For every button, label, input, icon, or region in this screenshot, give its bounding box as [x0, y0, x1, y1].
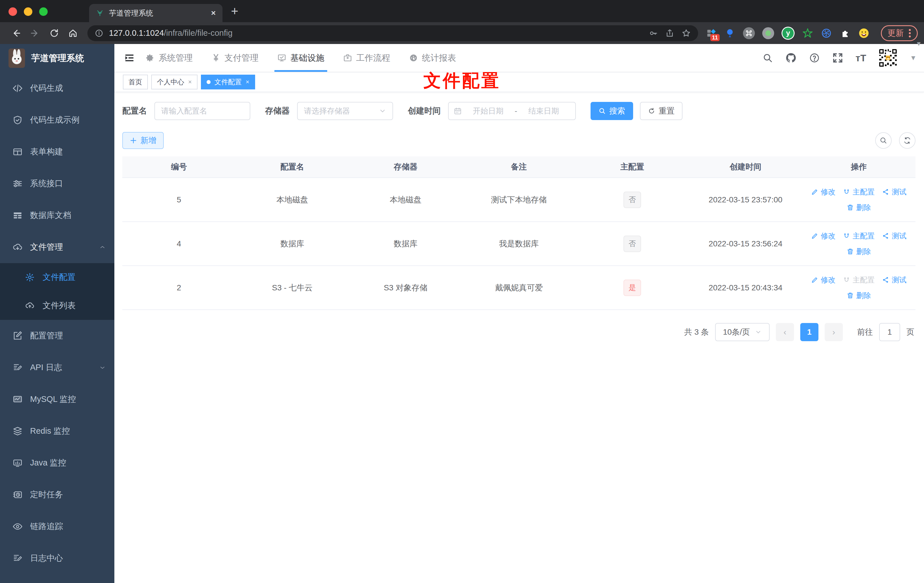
sidebar-item-code-generation[interactable]: 代码生成	[0, 73, 114, 104]
sidebar-item-api-log[interactable]: API 日志	[0, 352, 114, 383]
next-page-button[interactable]: ›	[825, 323, 843, 341]
test-link[interactable]: 测试	[882, 187, 906, 197]
sidebar-item-form-builder[interactable]: 表单构建	[0, 136, 114, 168]
sidebar-item-log-center[interactable]: 日志中心	[0, 542, 114, 574]
close-icon[interactable]: ×	[188, 78, 192, 86]
sidebar-logo[interactable]: 芋道管理系统	[0, 44, 114, 73]
sidebar-item-config-management[interactable]: 配置管理	[0, 320, 114, 352]
start-date-placeholder[interactable]: 开始日期	[462, 106, 515, 116]
browser-update-button[interactable]: 更新	[881, 25, 918, 41]
prev-page-button[interactable]: ‹	[776, 323, 794, 341]
edit-link[interactable]: 修改	[811, 187, 835, 197]
sidebar-item-tracing[interactable]: 链路追踪	[0, 510, 114, 542]
back-button[interactable]	[11, 28, 21, 38]
page-size-select[interactable]: 10条/页	[715, 323, 770, 341]
extension-rings-icon[interactable]	[821, 28, 832, 39]
site-info-icon[interactable]	[95, 29, 103, 38]
home-button[interactable]	[68, 28, 78, 38]
sidebar-item-mysql-monitor[interactable]: MySQL 监控	[0, 383, 114, 415]
extension-emoji-icon[interactable]	[858, 28, 870, 39]
help-icon[interactable]	[809, 53, 820, 63]
tab-favicon-plant-icon	[96, 9, 104, 17]
search-icon[interactable]	[762, 53, 773, 63]
tag-home[interactable]: 首页	[123, 74, 148, 89]
config-name-input[interactable]: 请输入配置名	[154, 102, 250, 120]
code-icon	[13, 83, 23, 93]
log-edit-icon	[13, 553, 23, 563]
sidebar-item-scheduled-jobs[interactable]: 定时任务	[0, 479, 114, 510]
search-button[interactable]: 搜索	[591, 102, 633, 120]
form-grid-icon	[13, 147, 23, 157]
end-date-placeholder[interactable]: 结束日期	[517, 106, 571, 116]
tag-file-config[interactable]: 文件配置 ×	[201, 74, 255, 89]
nav-item-payment[interactable]: 支付管理	[209, 44, 261, 72]
master-link[interactable]: 主配置	[843, 231, 874, 241]
delete-link[interactable]: 删除	[846, 291, 871, 301]
page-content: 配置名 请输入配置名 存储器 请选择存储器 创建时间	[114, 92, 924, 341]
table-icon	[13, 210, 23, 221]
close-window-button[interactable]	[8, 7, 17, 16]
extension-puzzle-icon[interactable]	[840, 28, 851, 39]
sidebar-item-db-doc[interactable]: 数据库文档	[0, 200, 114, 231]
sidebar-item-file-config[interactable]: 文件配置	[0, 263, 114, 292]
forward-button[interactable]	[30, 28, 40, 38]
add-button[interactable]: 新增	[122, 132, 164, 149]
storage-select[interactable]: 请选择存储器	[297, 102, 393, 120]
sidebar-item-system-api[interactable]: 系统接口	[0, 168, 114, 200]
extension-command-icon[interactable]	[743, 27, 755, 39]
browser-tab[interactable]: 芋道管理系统 ×	[89, 4, 223, 22]
goto-page-input[interactable]	[879, 323, 900, 341]
extension-pin-icon[interactable]	[724, 28, 736, 39]
current-page[interactable]: 1	[800, 323, 818, 341]
nav-item-infrastructure[interactable]: 基础设施	[274, 44, 327, 72]
edit-link[interactable]: 修改	[811, 275, 835, 285]
collapse-sidebar-button[interactable]	[114, 44, 143, 72]
fullscreen-icon[interactable]	[832, 53, 843, 63]
close-icon[interactable]: ×	[246, 78, 249, 86]
tag-profile[interactable]: 个人中心 ×	[151, 74, 198, 89]
extension-star-icon[interactable]	[802, 28, 813, 39]
bookmark-star-icon[interactable]	[681, 29, 691, 38]
edit-link[interactable]: 修改	[811, 231, 835, 241]
user-avatar-qr[interactable]	[879, 48, 897, 67]
sidebar-item-file-management[interactable]: 文件管理	[0, 231, 114, 263]
sidebar-item-code-demo[interactable]: 代码生成示例	[0, 104, 114, 136]
reset-button[interactable]: 重置	[640, 102, 683, 120]
extension-y-icon[interactable]: y	[782, 27, 795, 40]
calendar-icon	[454, 107, 462, 115]
refresh-table-button[interactable]	[899, 132, 916, 149]
sidebar-item-file-list[interactable]: 文件列表	[0, 292, 114, 320]
date-range-picker[interactable]: 开始日期 - 结束日期	[448, 102, 576, 120]
sidebar-item-java-monitor[interactable]: Java 监控	[0, 447, 114, 479]
test-link[interactable]: 测试	[882, 231, 906, 241]
github-icon[interactable]	[785, 52, 797, 64]
table-row: 2 S3 - 七牛云 S3 对象存储 戴佩妮真可爱 是 2022-03-15 2…	[122, 266, 916, 310]
extension-recorder-icon[interactable]	[762, 27, 774, 39]
window-controls[interactable]	[8, 7, 48, 16]
delete-link[interactable]: 删除	[846, 247, 871, 257]
nav-item-system[interactable]: 系统管理	[143, 44, 196, 72]
new-tab-button[interactable]: +	[231, 4, 238, 18]
font-size-icon[interactable]: тT	[856, 53, 866, 64]
delete-link[interactable]: 删除	[846, 203, 871, 213]
sidebar-item-redis-monitor[interactable]: Redis 监控	[0, 415, 114, 447]
url-text[interactable]: 127.0.0.1:1024/infra/file/file-config	[109, 28, 641, 38]
chevron-down-icon[interactable]: ▾	[917, 39, 921, 48]
gear-icon	[25, 273, 35, 282]
master-link[interactable]: 主配置	[843, 187, 874, 197]
address-bar[interactable]: 127.0.0.1:1024/infra/file/file-config	[87, 25, 698, 41]
nav-item-workflow[interactable]: 工作流程	[340, 44, 393, 72]
zoom-window-button[interactable]	[39, 7, 48, 16]
cell-id: 4	[122, 239, 236, 248]
show-search-button[interactable]	[875, 132, 892, 149]
reload-button[interactable]	[50, 28, 59, 38]
date-separator: -	[515, 107, 517, 116]
extension-tabs-icon[interactable]: 11	[706, 28, 717, 39]
nav-item-reports[interactable]: 统计报表	[406, 44, 459, 72]
minimize-window-button[interactable]	[24, 7, 32, 16]
chevron-down-icon[interactable]: ▼	[910, 54, 917, 62]
tab-close-icon[interactable]: ×	[211, 8, 216, 18]
test-link[interactable]: 测试	[882, 275, 906, 285]
password-key-icon[interactable]	[649, 29, 658, 38]
share-icon[interactable]	[665, 29, 674, 38]
